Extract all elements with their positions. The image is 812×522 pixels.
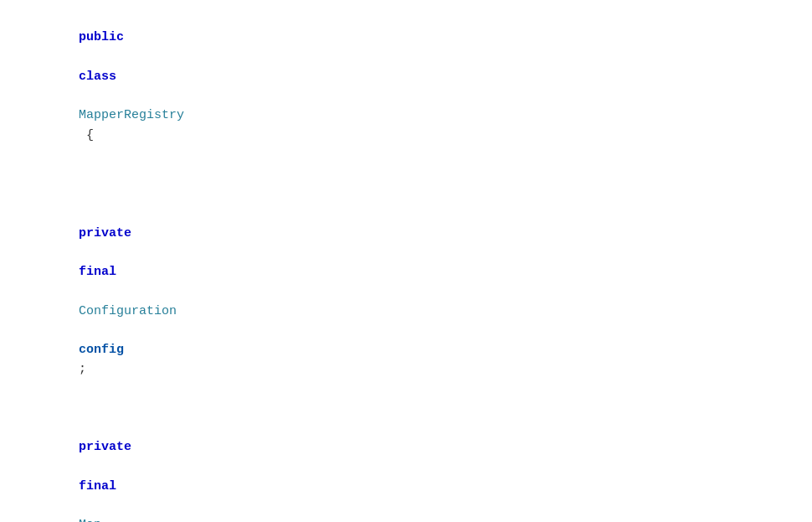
keyword-final: final (79, 265, 116, 279)
type-configuration: Configuration (79, 304, 177, 318)
keyword-public: public (79, 30, 124, 44)
code-line-2 (0, 164, 812, 184)
code-line-3: private final Configuration config ; (0, 184, 812, 399)
code-line-1: public class MapperRegistry { (0, 8, 812, 164)
keyword-class: class (79, 70, 116, 84)
code-line-4: private final Map < Class <?>, MapperPro… (0, 399, 812, 522)
field-config: config (79, 343, 124, 357)
classname-mapperregistry: MapperRegistry (79, 108, 184, 122)
keyword-private: private (79, 226, 131, 240)
code-editor: public class MapperRegistry { private fi… (0, 0, 812, 522)
